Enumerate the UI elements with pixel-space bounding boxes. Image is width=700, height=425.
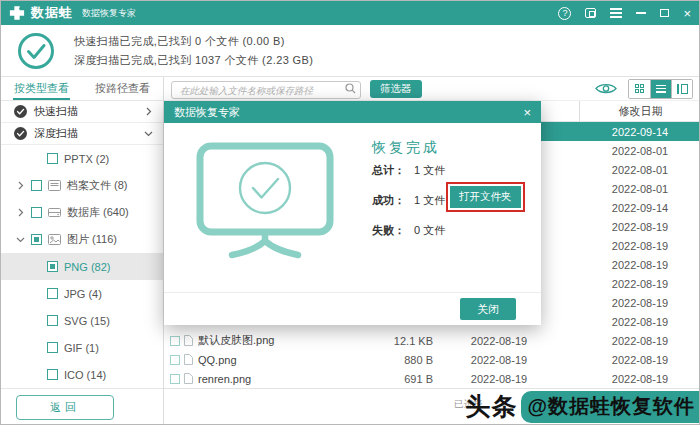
toolbar: 筛选器 <box>164 77 700 101</box>
file-icon <box>184 335 193 346</box>
checkbox[interactable] <box>47 342 58 353</box>
watermark-prefix: 头条 <box>465 390 517 423</box>
search-input[interactable] <box>171 81 361 99</box>
app-subtitle: 数据恢复专家 <box>82 7 136 20</box>
chevron-right-icon[interactable] <box>144 107 153 116</box>
dialog-close-icon[interactable]: × <box>523 105 531 120</box>
dialog-title: 数据恢复专家 <box>174 105 240 120</box>
checkbox[interactable] <box>47 315 58 326</box>
chevron-right-icon[interactable] <box>16 181 25 190</box>
checkbox-partial[interactable] <box>31 234 42 245</box>
titlebar[interactable]: 数据蛙 数据恢复专家 ? × <box>1 1 699 25</box>
row-checkbox[interactable] <box>170 355 180 365</box>
sidebar-item-images[interactable]: 图片 (116) <box>1 226 163 253</box>
grid-icon <box>635 84 644 93</box>
checkbox[interactable] <box>31 207 42 218</box>
sidebar-item-quick-scan[interactable]: 快速扫描 <box>1 101 163 123</box>
tab-view-by-path[interactable]: 按路径查看 <box>82 77 163 100</box>
search-icon <box>345 83 356 94</box>
list-icon <box>656 85 666 93</box>
total-stat: 总计： 1 文件 <box>372 163 445 178</box>
sidebar-item-deep-scan[interactable]: 深度扫描 <box>1 123 163 145</box>
dialog-heading: 恢复完成 <box>372 139 440 157</box>
deep-scan-status: 深度扫描已完成,已找到 1037 个文件 (2.23 GB) <box>74 51 313 70</box>
chevron-right-icon[interactable] <box>16 208 25 217</box>
view-mode-group <box>628 79 693 99</box>
watermark: 头条 @数据蛙恢复软件 <box>465 390 699 423</box>
watermark-handle: @数据蛙恢复软件 <box>521 391 699 423</box>
table-row[interactable]: renren.png691 B2022-08-192022-08-19 <box>164 369 700 388</box>
database-icon <box>48 207 61 218</box>
check-circle-icon <box>14 127 27 140</box>
app-logo-icon <box>9 5 25 21</box>
recovery-complete-dialog: 数据恢复专家 × 恢复完成 总计： 1 文件 成功： 1 文件 失败： 0 文件… <box>164 101 541 325</box>
sidebar-footer: 返回 <box>1 388 163 425</box>
back-button[interactable]: 返回 <box>16 395 114 420</box>
open-folder-button[interactable]: 打开文件夹 <box>450 186 521 208</box>
checkbox[interactable] <box>47 153 58 164</box>
save-icon[interactable] <box>585 8 596 18</box>
check-circle-icon <box>14 105 27 118</box>
failed-stat: 失败： 0 文件 <box>372 223 445 238</box>
scan-complete-icon <box>16 31 56 71</box>
file-icon <box>184 373 193 384</box>
checkbox[interactable] <box>47 288 58 299</box>
window-close-button[interactable]: × <box>683 7 691 20</box>
checkbox[interactable] <box>31 180 42 191</box>
dialog-close-button[interactable]: 关闭 <box>460 298 516 320</box>
sidebar-item-pptx[interactable]: PPTX (2) <box>1 145 163 172</box>
app-window: 数据蛙 数据恢复专家 ? × 快速扫描已完成,已找到 0 个文件 (0.00 B… <box>0 0 700 425</box>
file-type-tree: PPTX (2) 档案文件 (8) 数据库 (640) <box>1 145 163 388</box>
search-box <box>171 80 361 98</box>
sidebar-item-label: 深度扫描 <box>34 126 78 141</box>
table-row[interactable]: 默认皮肤图.png12.1 KB2022-08-192022-08-19 <box>164 331 700 350</box>
sidebar-item-database[interactable]: 数据库 (640) <box>1 199 163 226</box>
sidebar-item-archives[interactable]: 档案文件 (8) <box>1 172 163 199</box>
sidebar-item-png[interactable]: PNG (82) <box>1 253 163 280</box>
preview-pane-button[interactable] <box>671 80 692 98</box>
file-icon <box>184 354 193 365</box>
checkbox-partial[interactable] <box>47 261 58 272</box>
monitor-check-icon <box>192 141 338 266</box>
filter-button[interactable]: 筛选器 <box>370 80 422 98</box>
sidebar-item-ico[interactable]: ICO (14) <box>1 361 163 388</box>
checkbox[interactable] <box>47 369 58 380</box>
row-checkbox[interactable] <box>170 374 180 384</box>
quick-scan-status: 快速扫描已完成,已找到 0 个文件 (0.00 B) <box>74 32 313 51</box>
sidebar-item-svg[interactable]: SVG (15) <box>1 307 163 334</box>
sidebar-item-jpg[interactable]: JPG (4) <box>1 280 163 307</box>
chevron-down-icon[interactable] <box>144 129 153 138</box>
chevron-down-icon[interactable] <box>16 235 25 244</box>
success-stat: 成功： 1 文件 <box>372 193 445 208</box>
preview-eye-icon[interactable] <box>595 82 617 95</box>
app-name: 数据蛙 <box>31 4 73 22</box>
help-icon[interactable]: ? <box>558 7 571 20</box>
modified-date-header[interactable]: 修改日期 <box>579 101 700 122</box>
scan-status-bar: 快速扫描已完成,已找到 0 个文件 (0.00 B) 深度扫描已完成,已找到 1… <box>1 25 699 77</box>
sidebar: 按类型查看 按路径查看 快速扫描 深度扫描 <box>1 77 164 425</box>
menu-icon[interactable] <box>610 12 622 14</box>
grid-view-button[interactable] <box>629 80 650 98</box>
preview-pane-icon <box>677 84 688 94</box>
minimize-button[interactable] <box>636 12 646 14</box>
image-icon <box>48 234 61 245</box>
sidebar-item-label: 快速扫描 <box>34 104 78 119</box>
sidebar-item-gif[interactable]: GIF (1) <box>1 334 163 361</box>
dialog-titlebar[interactable]: 数据恢复专家 × <box>164 101 541 123</box>
tab-view-by-type[interactable]: 按类型查看 <box>1 77 82 100</box>
view-tabs: 按类型查看 按路径查看 <box>1 77 163 101</box>
archive-file-icon <box>48 180 61 191</box>
row-checkbox[interactable] <box>170 336 180 346</box>
table-row[interactable]: QQ.png880 B2022-08-192022-08-19 <box>164 350 700 369</box>
maximize-button[interactable] <box>660 9 669 17</box>
list-view-button[interactable] <box>650 80 671 98</box>
dialog-footer: 关闭 <box>164 292 541 325</box>
